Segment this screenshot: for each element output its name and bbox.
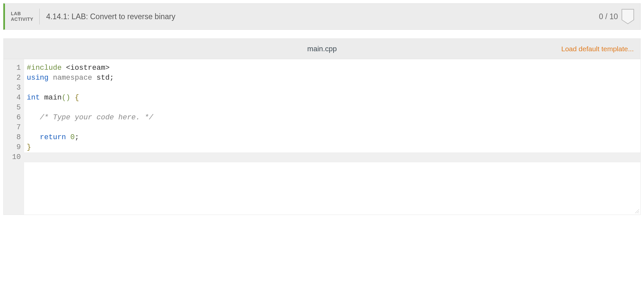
- load-default-template-link[interactable]: Load default template...: [561, 45, 634, 53]
- line-number: 9: [4, 142, 21, 152]
- lab-label-line2: ACTIVITY: [11, 17, 33, 22]
- editor-toolbar: main.cpp Load default template...: [4, 39, 640, 59]
- lab-score: 0 / 10: [599, 12, 621, 21]
- line-number: 6: [4, 113, 21, 123]
- code-line[interactable]: using namespace std;: [27, 73, 640, 83]
- lab-header: LAB ACTIVITY 4.14.1: LAB: Convert to rev…: [3, 3, 641, 30]
- code-line[interactable]: [27, 103, 640, 113]
- code-editor[interactable]: 12345678910 #include <iostream>using nam…: [4, 59, 640, 215]
- code-line[interactable]: int main() {: [27, 93, 640, 103]
- line-number: 2: [4, 73, 21, 83]
- code-line[interactable]: [27, 123, 640, 133]
- line-number: 3: [4, 83, 21, 93]
- line-number: 4: [4, 93, 21, 103]
- resize-handle-icon[interactable]: [634, 209, 640, 214]
- code-line[interactable]: /* Type your code here. */: [27, 113, 640, 123]
- editor-filename: main.cpp: [307, 45, 337, 53]
- lab-title: 4.14.1: LAB: Convert to reverse binary: [40, 12, 599, 21]
- line-number: 10: [4, 152, 21, 162]
- lab-activity-label: LAB ACTIVITY: [11, 9, 40, 24]
- lab-label-line1: LAB: [11, 11, 33, 17]
- line-number: 1: [4, 63, 21, 73]
- active-line-highlight: [24, 152, 640, 162]
- editor-panel: main.cpp Load default template... 123456…: [3, 38, 641, 215]
- code-line[interactable]: #include <iostream>: [27, 63, 640, 73]
- line-number: 7: [4, 123, 21, 133]
- code-line[interactable]: [27, 83, 640, 93]
- code-line[interactable]: return 0;: [27, 133, 640, 142]
- svg-line-0: [635, 209, 639, 213]
- code-line[interactable]: }: [27, 142, 640, 152]
- lab-activity-container: LAB ACTIVITY 4.14.1: LAB: Convert to rev…: [0, 0, 644, 215]
- line-number: 8: [4, 133, 21, 142]
- line-number-gutter: 12345678910: [4, 59, 24, 215]
- code-area[interactable]: #include <iostream>using namespace std;i…: [24, 59, 640, 215]
- line-number: 5: [4, 103, 21, 113]
- svg-line-2: [638, 213, 639, 213]
- score-badge-icon: [621, 9, 634, 24]
